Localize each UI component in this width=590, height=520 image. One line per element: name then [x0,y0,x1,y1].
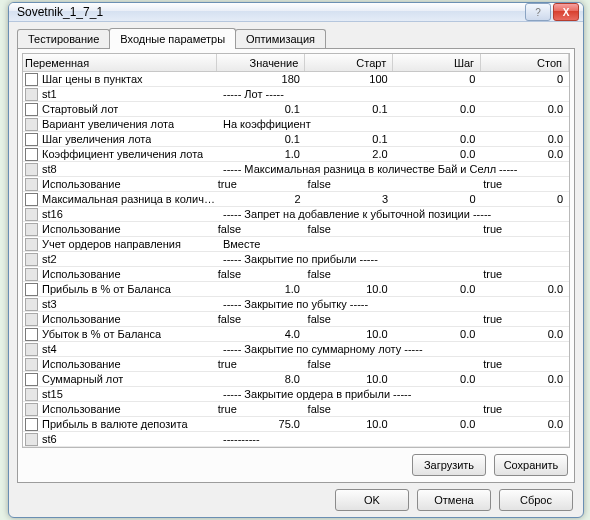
grid-row[interactable]: st2----- Закрытие по прибыли ----- [23,252,569,267]
row-start[interactable]: 0.1 [306,133,394,145]
grid-row[interactable]: Вариант увеличения лотаНа коэффициент [23,117,569,132]
row-stop[interactable]: 0.0 [481,148,569,160]
row-value[interactable]: true [214,178,304,190]
row-value[interactable]: 1.0 [218,148,306,160]
grid-row[interactable]: Шаг цены в пунктах18010000 [23,72,569,87]
row-value[interactable]: 2 [219,193,307,205]
grid-row[interactable]: Коэффициент увеличения лота1.02.00.00.0 [23,147,569,162]
grid-row[interactable]: Учет ордеров направленияВместе [23,237,569,252]
grid-row[interactable]: st8----- Максимальная разница в количест… [23,162,569,177]
row-checkbox[interactable] [25,73,38,86]
header-stop[interactable]: Стоп [481,54,569,71]
ok-button[interactable]: OK [335,489,409,511]
grid-row[interactable]: st15----- Закрытие ордера в прибыли ----… [23,387,569,402]
row-start[interactable]: false [304,313,394,325]
row-value[interactable]: false [214,268,304,280]
grid-row[interactable]: Прибыль в валюте депозита75.010.00.00.0 [23,417,569,432]
row-value[interactable]: 1.0 [218,283,306,295]
tab-optimization[interactable]: Оптимизация [235,29,326,48]
row-stop[interactable]: 0.0 [481,328,569,340]
load-button[interactable]: Загрузить [412,454,486,476]
row-value[interactable]: true [214,403,304,415]
reset-button[interactable]: Сброс [499,489,573,511]
row-start[interactable]: 10.0 [306,283,394,295]
grid-row[interactable]: Максимальная разница в количестве ...230… [23,192,569,207]
row-checkbox[interactable] [25,133,38,146]
row-value[interactable]: false [214,313,304,325]
grid-row[interactable]: Стартовый лот0.10.10.00.0 [23,102,569,117]
grid-row[interactable]: Использованиеfalsefalsetrue [23,312,569,327]
header-step[interactable]: Шаг [393,54,481,71]
row-checkbox[interactable] [25,103,38,116]
row-stop[interactable]: 0.0 [481,283,569,295]
header-variable[interactable]: Переменная [23,54,217,71]
row-stop[interactable]: true [479,313,569,325]
row-checkbox[interactable] [25,193,38,206]
row-checkbox[interactable] [25,373,38,386]
row-stop[interactable]: true [479,358,569,370]
row-start[interactable]: 100 [306,73,394,85]
row-stop[interactable]: 0.0 [481,103,569,115]
row-stop[interactable]: 0.0 [481,133,569,145]
row-text-value[interactable]: Вместе [219,238,569,250]
grid-row[interactable]: st3----- Закрытие по убытку ----- [23,297,569,312]
row-value[interactable]: 8.0 [218,373,306,385]
row-start[interactable]: 10.0 [306,328,394,340]
row-text-value[interactable]: На коэффициент [219,118,569,130]
row-step[interactable]: 0.0 [394,283,482,295]
grid-row[interactable]: Использованиеtruefalsetrue [23,402,569,417]
grid-row[interactable]: Использованиеfalsefalsetrue [23,222,569,237]
row-step[interactable]: 0.0 [394,328,482,340]
save-button[interactable]: Сохранить [494,454,568,476]
row-start[interactable]: 10.0 [306,418,394,430]
grid-row[interactable]: st6---------- [23,432,569,447]
row-start[interactable]: false [304,223,394,235]
row-start[interactable]: 0.1 [306,103,394,115]
row-start[interactable]: 3 [307,193,395,205]
help-button[interactable]: ? [525,3,551,21]
titlebar[interactable]: Sovetnik_1_7_1 ? X [9,3,583,22]
grid-row[interactable]: Прибыль в % от Баланса1.010.00.00.0 [23,282,569,297]
row-stop[interactable]: true [479,223,569,235]
row-stop[interactable]: true [479,403,569,415]
cancel-button[interactable]: Отмена [417,489,491,511]
header-start[interactable]: Старт [305,54,393,71]
row-start[interactable]: 2.0 [306,148,394,160]
row-step[interactable]: 0.0 [394,103,482,115]
row-value[interactable]: true [214,358,304,370]
row-stop[interactable]: 0.0 [481,373,569,385]
row-start[interactable]: false [304,403,394,415]
header-value[interactable]: Значение [217,54,305,71]
row-step[interactable]: 0.0 [394,418,482,430]
grid-row[interactable]: st4----- Закрытие по суммарному лоту ---… [23,342,569,357]
row-step[interactable]: 0.0 [394,133,482,145]
tab-testing[interactable]: Тестирование [17,29,110,48]
row-value[interactable]: false [214,223,304,235]
row-stop[interactable]: true [479,178,569,190]
row-start[interactable]: false [304,178,394,190]
row-step[interactable]: 0 [394,193,482,205]
row-value[interactable]: 0.1 [218,103,306,115]
row-start[interactable]: 10.0 [306,373,394,385]
row-step[interactable]: 0.0 [394,373,482,385]
row-value[interactable]: 0.1 [218,133,306,145]
row-checkbox[interactable] [25,148,38,161]
row-step[interactable]: 0 [394,73,482,85]
grid-row[interactable]: Использованиеfalsefalsetrue [23,267,569,282]
row-start[interactable]: false [304,358,394,370]
grid-row[interactable]: Убыток в % от Баланса4.010.00.00.0 [23,327,569,342]
row-value[interactable]: 75.0 [218,418,306,430]
close-button[interactable]: X [553,3,579,21]
row-checkbox[interactable] [25,328,38,341]
grid-row[interactable]: st1----- Лот ----- [23,87,569,102]
row-stop[interactable]: 0.0 [481,418,569,430]
row-checkbox[interactable] [25,418,38,431]
row-checkbox[interactable] [25,283,38,296]
grid-row[interactable]: Использованиеtruefalsetrue [23,177,569,192]
row-step[interactable]: 0.0 [394,148,482,160]
grid-row[interactable]: Использованиеtruefalsetrue [23,357,569,372]
grid-row[interactable]: st16----- Запрет на добавление к убыточн… [23,207,569,222]
grid-row[interactable]: Шаг увеличения лота0.10.10.00.0 [23,132,569,147]
row-value[interactable]: 4.0 [218,328,306,340]
row-stop[interactable]: true [479,268,569,280]
